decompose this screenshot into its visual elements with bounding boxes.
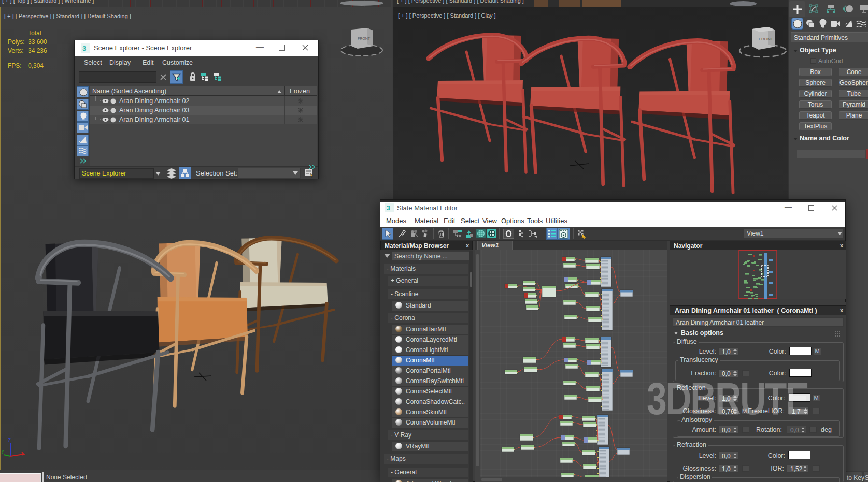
svg-text:3: 3 [387,205,390,212]
svg-text:FRONT: FRONT [358,37,371,40]
svg-text:Z: Z [8,437,11,443]
svg-text:y: y [2,448,4,454]
svg-text:3: 3 [82,45,86,52]
svg-text:FRONT: FRONT [759,37,773,41]
